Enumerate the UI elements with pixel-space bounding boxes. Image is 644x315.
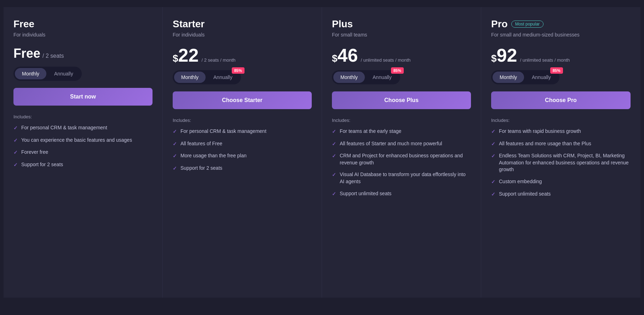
plan-card-starter: Starter For individuals $ 22 / 2 seats /… (163, 7, 322, 298)
price-currency-plus: $ (332, 53, 338, 64)
check-icon-plus-2: ✓ (332, 153, 336, 160)
toggle-annually-free[interactable]: Annually (47, 68, 80, 79)
plan-header-pro: ProMost popular For small and medium-siz… (491, 18, 631, 38)
features-list-plus: ✓ For teams at the early stage ✓ All fea… (332, 128, 471, 197)
plan-title-row-free: Free (13, 18, 153, 30)
feature-text-pro-3: Custom embedding (499, 178, 542, 185)
plan-name-pro: Pro (491, 18, 508, 30)
includes-label-pro: Includes: (491, 118, 631, 123)
feature-item-free-0: ✓ For personal CRM & task management (13, 124, 153, 132)
discount-badge-plus: 85% (391, 67, 404, 74)
check-icon-starter-3: ✓ (173, 165, 177, 172)
plan-subtitle-pro: For small and medium-sized businesses (491, 32, 631, 38)
most-popular-badge: Most popular (511, 21, 544, 28)
check-icon-pro-3: ✓ (491, 179, 495, 186)
check-icon-pro-2: ✓ (491, 153, 495, 160)
feature-text-pro-0: For teams with rapid business growth (499, 128, 581, 135)
toggle-row-free: Monthly Annually (13, 67, 153, 81)
toggle-container-plus: Monthly Annually (332, 70, 400, 84)
toggle-row-starter: Monthly Annually 85% (173, 70, 312, 84)
feature-item-free-3: ✓ Support for 2 seats (13, 161, 153, 169)
price-details-starter: / 2 seats / month (201, 57, 235, 63)
check-icon-plus-0: ✓ (332, 128, 336, 135)
cta-button-starter[interactable]: Choose Starter (173, 91, 312, 109)
cta-button-pro[interactable]: Choose Pro (491, 91, 631, 109)
feature-text-starter-0: For personal CRM & task management (180, 128, 266, 135)
check-icon-plus-4: ✓ (332, 191, 336, 198)
cta-button-plus[interactable]: Choose Plus (332, 91, 471, 109)
plan-subtitle-free: For individuals (13, 32, 153, 38)
toggle-monthly-free[interactable]: Monthly (15, 68, 46, 79)
plan-card-pro: ProMost popular For small and medium-siz… (481, 7, 640, 298)
toggle-row-pro: Monthly Annually 85% (491, 70, 631, 84)
feature-text-free-2: Forever free (21, 149, 48, 156)
plan-card-free: Free For individuals Free / 2 seats Mont… (4, 7, 163, 298)
discount-badge-pro: 85% (550, 67, 563, 74)
features-list-free: ✓ For personal CRM & task management ✓ Y… (13, 124, 153, 168)
feature-text-plus-4: Support unlimited seats (340, 190, 391, 197)
feature-text-free-0: For personal CRM & task management (21, 124, 107, 131)
plan-title-row-pro: ProMost popular (491, 18, 631, 30)
toggle-container-starter: Monthly Annually (173, 70, 241, 84)
feature-item-plus-1: ✓ All features of Starter and much more … (332, 140, 471, 148)
toggle-wrapper-pro: Monthly Annually 85% (491, 70, 559, 84)
check-icon-free-1: ✓ (13, 137, 18, 144)
price-row-free: Free / 2 seats (13, 46, 153, 61)
check-icon-pro-1: ✓ (491, 141, 495, 148)
feature-text-plus-0: For teams at the early stage (340, 128, 401, 135)
feature-text-starter-1: All features of Free (180, 140, 222, 147)
feature-text-starter-2: More usage than the free plan (180, 152, 247, 159)
feature-item-starter-0: ✓ For personal CRM & task management (173, 128, 312, 135)
price-amount-plus: 46 (338, 46, 358, 64)
feature-text-plus-2: CRM and Project for enhanced business op… (340, 152, 471, 166)
plan-title-row-plus: Plus (332, 18, 471, 30)
toggle-wrapper-plus: Monthly Annually 85% (332, 70, 400, 84)
pricing-grid: Free For individuals Free / 2 seats Mont… (4, 7, 640, 298)
feature-item-plus-2: ✓ CRM and Project for enhanced business … (332, 152, 471, 166)
plan-name-plus: Plus (332, 18, 353, 30)
features-list-starter: ✓ For personal CRM & task management ✓ A… (173, 128, 312, 172)
toggle-row-plus: Monthly Annually 85% (332, 70, 471, 84)
plan-header-free: Free For individuals (13, 18, 153, 38)
includes-label-starter: Includes: (173, 118, 312, 123)
features-list-pro: ✓ For teams with rapid business growth ✓… (491, 128, 631, 198)
plan-card-plus: Plus For small teams $ 46 / unlimited se… (322, 7, 481, 298)
feature-item-pro-2: ✓ Endless Team Solutions with CRM, Proje… (491, 152, 631, 173)
check-icon-free-2: ✓ (13, 149, 18, 156)
plan-name-starter: Starter (173, 18, 205, 30)
price-row-pro: $ 92 / unlimited seats / month (491, 46, 631, 64)
price-details-pro: / unlimited seats / month (520, 57, 570, 63)
toggle-container-pro: Monthly Annually (491, 70, 559, 84)
plan-header-plus: Plus For small teams (332, 18, 471, 38)
toggle-container-free: Monthly Annually (13, 67, 82, 81)
price-currency-pro: $ (491, 53, 497, 64)
price-details-plus: / unlimited seats / month (361, 57, 410, 63)
feature-item-starter-2: ✓ More usage than the free plan (173, 152, 312, 160)
feature-text-pro-2: Endless Team Solutions with CRM, Project… (499, 152, 631, 173)
check-icon-pro-0: ✓ (491, 128, 495, 135)
plan-subtitle-plus: For small teams (332, 32, 471, 38)
price-amount-pro: 92 (497, 46, 517, 64)
feature-item-pro-0: ✓ For teams with rapid business growth (491, 128, 631, 135)
includes-label-plus: Includes: (332, 118, 471, 123)
check-icon-starter-0: ✓ (173, 128, 177, 135)
feature-text-pro-4: Support unlimited seats (499, 191, 551, 198)
feature-text-pro-1: All features and more usage than the Plu… (499, 140, 591, 147)
feature-item-pro-4: ✓ Support unlimited seats (491, 191, 631, 198)
feature-item-plus-4: ✓ Support unlimited seats (332, 190, 471, 198)
price-free-suffix-free: / 2 seats (42, 53, 64, 59)
toggle-monthly-starter[interactable]: Monthly (174, 72, 206, 83)
cta-button-free[interactable]: Start now (13, 88, 153, 106)
feature-item-starter-1: ✓ All features of Free (173, 140, 312, 148)
toggle-wrapper-starter: Monthly Annually 85% (173, 70, 241, 84)
feature-item-pro-3: ✓ Custom embedding (491, 178, 631, 186)
check-icon-pro-4: ✓ (491, 191, 495, 198)
feature-item-plus-0: ✓ For teams at the early stage (332, 128, 471, 135)
plan-subtitle-starter: For individuals (173, 32, 312, 38)
check-icon-starter-2: ✓ (173, 153, 177, 160)
check-icon-plus-1: ✓ (332, 141, 336, 148)
toggle-monthly-plus[interactable]: Monthly (333, 72, 365, 83)
check-icon-starter-1: ✓ (173, 141, 177, 148)
toggle-monthly-pro[interactable]: Monthly (493, 72, 524, 83)
feature-item-starter-3: ✓ Support for 2 seats (173, 165, 312, 172)
